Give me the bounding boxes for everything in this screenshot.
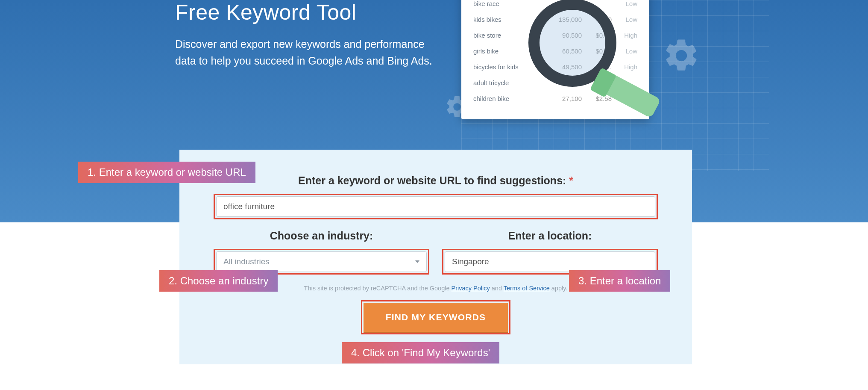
keyword-input[interactable] — [216, 196, 655, 217]
keyword-cell: bike store — [472, 27, 545, 43]
table-row: children bike27,100$2.58 — [472, 91, 639, 106]
competition-cell: High — [613, 27, 639, 43]
keyword-cell: bike race — [472, 0, 545, 12]
callout-step3: 3. Enter a location — [569, 270, 670, 292]
competition-cell — [613, 91, 639, 106]
keyword-cell: bicycles for kids — [472, 59, 545, 75]
find-keywords-button[interactable]: FIND MY KEYWORDS — [364, 303, 508, 332]
keyword-label: Enter a keyword or website URL to find s… — [214, 174, 658, 187]
keyword-label-text: Enter a keyword or website URL to find s… — [298, 174, 566, 186]
chevron-down-icon — [415, 260, 419, 263]
competition-cell: High — [613, 59, 639, 75]
table-row: bike store90,500$0.56High — [472, 27, 639, 43]
table-row: bike raceLow — [472, 0, 639, 12]
location-input[interactable] — [445, 251, 655, 272]
competition-cell — [613, 75, 639, 91]
cpc-cell — [584, 0, 613, 12]
table-row: kids bikes135,000$2.0Low — [472, 12, 639, 27]
volume-cell: 60,500 — [545, 43, 584, 59]
keyword-cell: girls bike — [472, 43, 545, 59]
industry-select[interactable]: All industries — [216, 251, 427, 272]
table-row: girls bike60,500$0.92Low — [472, 43, 639, 59]
page-title: Free Keyword Tool — [175, 0, 440, 25]
cpc-cell: 0 — [584, 75, 613, 91]
gear-icon — [662, 36, 701, 75]
cpc-cell: $0.56 — [584, 27, 613, 43]
table-row: adult tricycle0 — [472, 75, 639, 91]
competition-cell: Low — [613, 43, 639, 59]
cpc-cell: $1. — [584, 59, 613, 75]
location-label: Enter a location: — [442, 230, 658, 242]
volume-cell: 90,500 — [545, 27, 584, 43]
keyword-cell: adult tricycle — [472, 75, 545, 91]
cpc-cell: $2.0 — [584, 12, 613, 27]
cpc-cell: $0.92 — [584, 43, 613, 59]
volume-cell: 49,500 — [545, 59, 584, 75]
callout-step2: 2. Choose an industry — [159, 270, 278, 292]
keyword-cell: children bike — [472, 91, 545, 106]
competition-cell: Low — [613, 0, 639, 12]
required-mark: * — [569, 174, 573, 186]
keyword-cell: kids bikes — [472, 12, 545, 27]
recaptcha-text: apply. — [550, 285, 568, 292]
keyword-preview-card: bike raceLowkids bikes135,000$2.0Lowbike… — [461, 0, 649, 119]
volume-cell: 27,100 — [545, 91, 584, 106]
table-row: bicycles for kids49,500$1.High — [472, 59, 639, 75]
volume-cell: 135,000 — [545, 12, 584, 27]
callout-step4: 4. Click on 'Find My Keywords' — [342, 342, 499, 363]
volume-cell — [545, 0, 584, 12]
form-panel: Enter a keyword or website URL to find s… — [179, 150, 692, 364]
competition-cell: Low — [613, 12, 639, 27]
tos-link[interactable]: Terms of Service — [504, 285, 550, 292]
volume-cell — [545, 75, 584, 91]
cpc-cell: $2.58 — [584, 91, 613, 106]
recaptcha-text: and — [490, 285, 504, 292]
callout-step1: 1. Enter a keyword or website URL — [78, 162, 255, 183]
page-subtitle: Discover and export new keywords and per… — [175, 36, 440, 69]
industry-label: Choose an industry: — [214, 230, 429, 242]
privacy-link[interactable]: Privacy Policy — [452, 285, 490, 292]
industry-value: All industries — [223, 257, 270, 266]
recaptcha-text: This site is protected by reCAPTCHA and … — [304, 285, 452, 292]
